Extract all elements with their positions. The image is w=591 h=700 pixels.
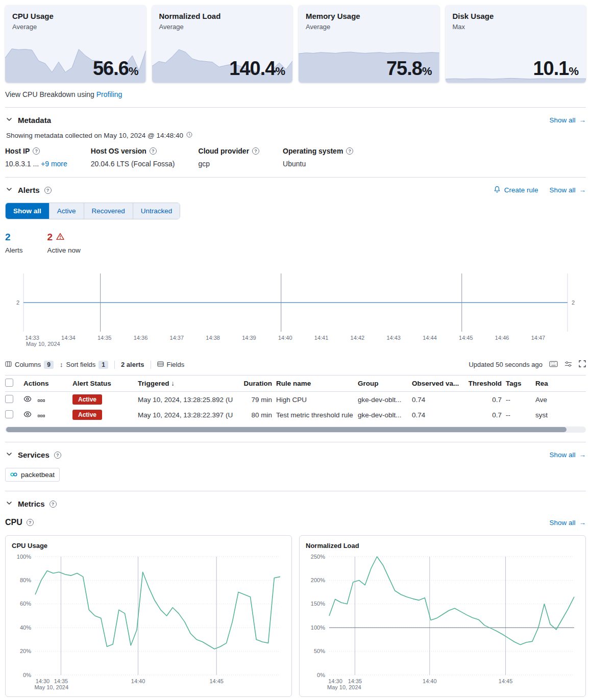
profiling-note: View CPU Breakdown using Profiling xyxy=(0,83,591,107)
svg-text:2: 2 xyxy=(572,299,575,306)
kpi-card-cpu-usage[interactable]: CPU Usage Average 56.6% xyxy=(5,5,146,83)
view-alert-button[interactable] xyxy=(23,410,32,420)
metadata-collapse-button[interactable] xyxy=(5,115,13,125)
tab-untracked[interactable]: Untracked xyxy=(133,203,180,219)
metrics-show-all-link[interactable]: Show all→ xyxy=(549,519,586,527)
eye-icon xyxy=(23,410,32,420)
columns-button[interactable]: Columns 9 xyxy=(5,361,54,369)
kpi-card-row: CPU Usage Average 56.6% Normalized Load … xyxy=(0,0,591,83)
normalized-load-chart[interactable]: 0%50%100%150%200%250%14:3014:3514:4014:4… xyxy=(306,552,579,693)
chevron-down-icon xyxy=(6,116,12,124)
more-ips-link[interactable]: +9 more xyxy=(41,160,67,168)
svg-text:14:38: 14:38 xyxy=(206,335,220,341)
services-collapse-button[interactable] xyxy=(5,450,13,460)
fullscreen-button[interactable] xyxy=(579,360,586,369)
field-value: gcp xyxy=(199,160,260,168)
cpu-usage-chart[interactable]: 0%20%40%60%80%100%14:3014:3514:4014:45Ma… xyxy=(12,552,285,693)
alerts-collapse-button[interactable] xyxy=(5,185,13,195)
cpu-subsection-title: CPU xyxy=(5,518,22,527)
select-all-checkbox[interactable] xyxy=(5,379,13,387)
service-badge-packetbeat[interactable]: packetbeat xyxy=(5,468,60,482)
help-icon[interactable]: ? xyxy=(33,147,40,155)
svg-text:100%: 100% xyxy=(311,624,325,631)
metrics-collapse-button[interactable] xyxy=(5,499,13,509)
kpi-subtitle: Average xyxy=(12,23,139,31)
svg-text:14:37: 14:37 xyxy=(170,335,184,341)
columns-count-badge: 9 xyxy=(44,361,54,369)
alerts-timeline-chart[interactable]: 14:3314:3414:3514:3614:3714:3814:3914:40… xyxy=(5,270,586,347)
header-duration[interactable]: Duration xyxy=(242,380,276,387)
service-name: packetbeat xyxy=(21,471,55,479)
header-rule-name[interactable]: Rule name xyxy=(276,380,358,387)
chevron-down-icon xyxy=(6,186,12,194)
sort-fields-button[interactable]: ↕ Sort fields 1 xyxy=(60,361,108,369)
cell-rule-name: Test metric threshold rule xyxy=(276,411,358,419)
cell-triggered: May 10, 2024, 13:28:22.397 (U xyxy=(138,411,242,419)
clock-icon xyxy=(186,132,192,139)
alerts-title: Alerts xyxy=(18,186,40,194)
more-actions-button[interactable] xyxy=(38,396,45,404)
scrollbar-thumb[interactable] xyxy=(6,427,567,432)
cell-group: gke-dev-oblt... xyxy=(358,411,412,419)
svg-text:14:45: 14:45 xyxy=(209,678,224,684)
row-checkbox[interactable] xyxy=(5,395,13,403)
tab-recovered[interactable]: Recovered xyxy=(84,203,133,219)
help-icon[interactable]: ? xyxy=(27,519,34,526)
horizontal-scrollbar[interactable] xyxy=(5,427,586,433)
fields-icon xyxy=(157,361,164,369)
help-icon[interactable]: ? xyxy=(50,501,57,508)
kpi-card-normalized-load[interactable]: Normalized Load Average 140.4% xyxy=(152,5,293,83)
kpi-card-disk-usage[interactable]: Disk Usage Max 10.1% xyxy=(446,5,586,83)
tab-active[interactable]: Active xyxy=(50,203,84,219)
header-threshold[interactable]: Threshold xyxy=(464,380,506,387)
profiling-link[interactable]: Profiling xyxy=(96,90,122,98)
svg-text:14:46: 14:46 xyxy=(495,335,509,341)
tab-show-all[interactable]: Show all xyxy=(6,203,50,219)
alerts-count-label: Alerts xyxy=(5,246,23,254)
help-icon[interactable]: ? xyxy=(150,147,157,155)
metadata-field-operating-system: Operating system? Ubuntu xyxy=(283,147,353,168)
arrow-right-icon: → xyxy=(579,519,586,527)
help-icon[interactable]: ? xyxy=(54,452,61,459)
cell-reason: syst xyxy=(535,411,586,419)
packetbeat-icon xyxy=(10,471,17,479)
cell-duration: 80 min xyxy=(242,411,276,419)
create-rule-link[interactable]: Create rule xyxy=(494,186,538,195)
eye-icon xyxy=(23,395,32,405)
kpi-card-memory-usage[interactable]: Memory Usage Average 75.8% xyxy=(299,5,439,83)
toolbar-divider xyxy=(151,361,151,369)
keyboard-shortcuts-button[interactable] xyxy=(549,361,558,369)
chevron-down-icon xyxy=(6,500,12,508)
help-icon[interactable]: ? xyxy=(44,187,52,194)
field-value: 20.04.6 LTS (Focal Fossa) xyxy=(91,160,175,168)
status-badge[interactable]: Active xyxy=(72,394,102,405)
services-show-all-link[interactable]: Show all→ xyxy=(549,451,586,459)
status-badge[interactable]: Active xyxy=(72,410,102,420)
header-tags[interactable]: Tags xyxy=(506,380,535,387)
sort-count-badge: 1 xyxy=(98,361,108,369)
header-alert-status[interactable]: Alert Status xyxy=(72,380,138,387)
help-icon[interactable]: ? xyxy=(252,147,259,155)
svg-text:14:33: 14:33 xyxy=(25,335,39,341)
header-group[interactable]: Group xyxy=(358,380,412,387)
metadata-show-all-link[interactable]: Show all→ xyxy=(549,116,586,124)
fields-button[interactable]: Fields xyxy=(157,361,185,369)
more-actions-button[interactable] xyxy=(38,411,45,419)
header-reason[interactable]: Rea xyxy=(535,380,586,387)
header-triggered[interactable]: Triggered ↓ xyxy=(138,380,242,387)
alerts-status-filter-group: Show all Active Recovered Untracked xyxy=(5,203,180,219)
alerts-show-all-link[interactable]: Show all→ xyxy=(549,186,586,194)
svg-text:14:30: 14:30 xyxy=(36,678,50,684)
svg-text:14:43: 14:43 xyxy=(386,335,401,341)
cell-observed-value: 0.74 xyxy=(412,411,464,419)
view-alert-button[interactable] xyxy=(23,395,32,405)
header-observed-value[interactable]: Observed va... xyxy=(412,380,464,387)
columns-icon xyxy=(5,361,12,369)
cell-reason: Ave xyxy=(535,396,586,404)
help-icon[interactable]: ? xyxy=(346,147,353,155)
fullscreen-icon xyxy=(579,360,586,369)
svg-text:14:35: 14:35 xyxy=(348,678,362,684)
row-checkbox[interactable] xyxy=(5,410,13,418)
services-section: Services ? Show all→ packetbeat xyxy=(5,442,586,491)
display-options-button[interactable] xyxy=(564,361,572,369)
